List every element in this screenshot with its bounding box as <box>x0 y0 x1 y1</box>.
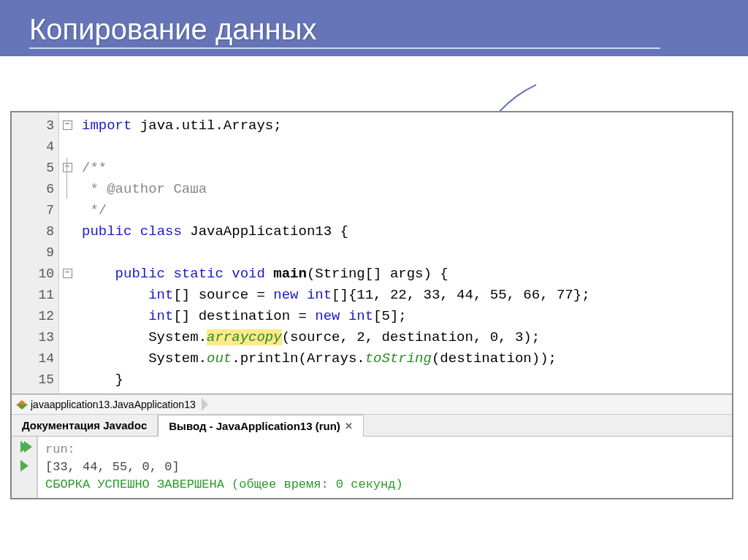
code-content[interactable]: import java.util.Arrays; /** * @author С… <box>76 112 732 394</box>
chevron-right-icon <box>202 398 208 411</box>
line-number: 13 <box>12 327 54 348</box>
build-status: СБОРКА УСПЕШНО ЗАВЕРШЕНА (общее время: 0… <box>45 476 725 494</box>
fold-guide <box>66 158 67 199</box>
output-line: run: <box>45 441 725 459</box>
line-number: 10 <box>12 264 54 285</box>
output-toolbar <box>12 437 38 498</box>
line-number: 6 <box>12 179 54 200</box>
line-number: 9 <box>12 242 54 264</box>
slide-underline <box>29 47 660 49</box>
line-number: 11 <box>12 285 54 306</box>
line-gutter: 3 4 5 6 7 8 9 10 11 12 13 14 15 <box>12 112 59 394</box>
output-pane: run: [33, 44, 55, 0, 0] СБОРКА УСПЕШНО З… <box>12 437 732 498</box>
slide-title: Копирование данных <box>29 13 748 46</box>
code-editor[interactable]: 3 4 5 6 7 8 9 10 11 12 13 14 15 − − − im… <box>12 112 732 394</box>
fold-toggle-icon[interactable]: − <box>63 120 72 130</box>
breadcrumb-bar[interactable]: javaapplication13.JavaApplication13 <box>12 394 732 415</box>
output-line: [33, 44, 55, 0, 0] <box>45 459 725 476</box>
run-icon[interactable] <box>20 460 28 472</box>
line-number: 8 <box>12 221 54 242</box>
tab-output[interactable]: Вывод - JavaApplication13 (run) ✕ <box>158 415 364 437</box>
line-number: 5 <box>12 158 54 179</box>
class-icon <box>16 399 28 410</box>
fold-toggle-icon[interactable]: − <box>63 163 72 172</box>
breadcrumb-text[interactable]: javaapplication13.JavaApplication13 <box>31 399 196 410</box>
line-number: 14 <box>12 348 54 369</box>
line-number: 4 <box>12 137 54 158</box>
line-number: 3 <box>12 115 54 137</box>
ide-window: 3 4 5 6 7 8 9 10 11 12 13 14 15 − − − im… <box>10 111 733 499</box>
rerun-icon[interactable] <box>20 441 28 453</box>
close-icon[interactable]: ✕ <box>345 421 353 431</box>
line-number: 7 <box>12 200 54 221</box>
fold-toggle-icon[interactable]: − <box>63 269 72 278</box>
fold-column: − − − <box>59 112 76 394</box>
line-number: 15 <box>12 369 54 391</box>
output-console[interactable]: run: [33, 44, 55, 0, 0] СБОРКА УСПЕШНО З… <box>38 437 732 498</box>
output-tabs: Документация Javadoc Вывод - JavaApplica… <box>12 415 732 437</box>
slide-header: Копирование данных <box>0 0 748 56</box>
line-number: 12 <box>12 306 54 327</box>
tab-javadoc[interactable]: Документация Javadoc <box>12 415 158 436</box>
